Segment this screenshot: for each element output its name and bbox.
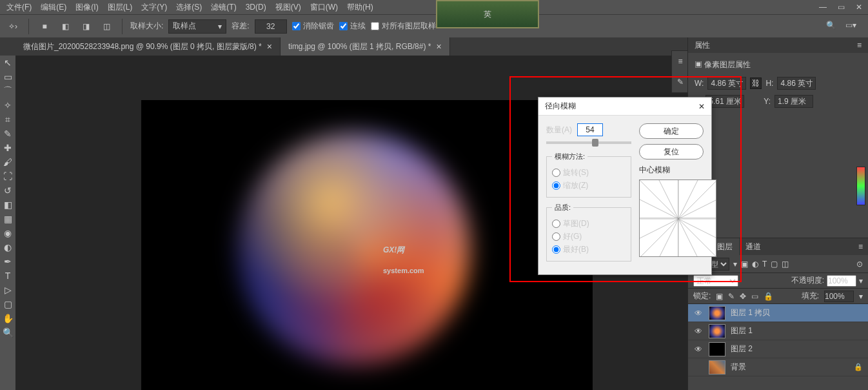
layer-name[interactable]: 背景 bbox=[731, 362, 746, 373]
visibility-icon[interactable]: 👁 bbox=[693, 327, 704, 336]
filter-img-icon[interactable]: ▣ bbox=[741, 260, 748, 269]
panel-menu-icon[interactable]: ≡ bbox=[853, 242, 868, 251]
menu-file[interactable]: 文件(F) bbox=[6, 2, 32, 13]
tool-stamp[interactable]: ⛶ bbox=[0, 169, 15, 183]
sel-sub-icon[interactable]: ◨ bbox=[78, 19, 94, 34]
radio-good[interactable]: 好(G) bbox=[552, 231, 626, 242]
layer-name[interactable]: 图层 1 拷贝 bbox=[731, 307, 770, 318]
radio-spin[interactable]: 旋转(S) bbox=[552, 167, 626, 178]
tool-brush[interactable]: 🖌 bbox=[0, 155, 15, 169]
link-icon[interactable]: ⛓ bbox=[750, 77, 762, 89]
menu-window[interactable]: 窗口(W) bbox=[310, 2, 338, 13]
properties-header[interactable]: 属性≡ bbox=[688, 37, 868, 53]
search-icon[interactable]: 🔍 bbox=[826, 21, 836, 30]
tool-marquee[interactable]: ▭ bbox=[0, 70, 15, 84]
canvas[interactable] bbox=[141, 100, 593, 390]
amount-slider[interactable] bbox=[546, 141, 631, 144]
layer-name[interactable]: 图层 1 bbox=[731, 325, 753, 336]
filter-shape-icon[interactable]: ▢ bbox=[771, 260, 778, 269]
sample-size-dropdown[interactable]: 取样点▾ bbox=[168, 19, 226, 34]
visibility-icon[interactable]: 👁 bbox=[693, 309, 704, 318]
doc-tab-1[interactable]: 微信图片_20200528233948.png @ 90.9% (图层 0 拷贝… bbox=[15, 37, 281, 56]
tool-lasso[interactable]: ⌒ bbox=[0, 84, 15, 98]
close-icon[interactable]: ✕ bbox=[850, 0, 868, 14]
radio-best[interactable]: 最好(B) bbox=[552, 244, 626, 255]
dialog-close-icon[interactable]: ✕ bbox=[698, 102, 705, 111]
ok-button[interactable]: 确定 bbox=[639, 123, 704, 139]
opacity-input[interactable] bbox=[827, 275, 856, 287]
layer-item-3[interactable]: 👁图层 2 bbox=[688, 340, 868, 358]
tool-wand[interactable]: ✧ bbox=[0, 98, 15, 112]
tool-eyedrop[interactable]: ✎ bbox=[0, 127, 15, 141]
menu-select[interactable]: 选择(S) bbox=[176, 2, 202, 13]
panel-menu-icon[interactable]: ≡ bbox=[857, 41, 862, 50]
lock-brush-icon[interactable]: ✎ bbox=[728, 292, 735, 301]
lock-art-icon[interactable]: ▭ bbox=[751, 292, 758, 301]
minimize-icon[interactable]: ― bbox=[814, 0, 832, 14]
tool-shape[interactable]: ▢ bbox=[0, 297, 15, 311]
layer-name[interactable]: 图层 2 bbox=[731, 344, 753, 354]
tool-eraser[interactable]: ◧ bbox=[0, 198, 15, 212]
menu-layer[interactable]: 图层(L) bbox=[108, 2, 133, 13]
menu-edit[interactable]: 编辑(E) bbox=[41, 2, 66, 13]
close-tab-icon[interactable]: × bbox=[436, 41, 441, 52]
antialias-checkbox[interactable]: 消除锯齿 bbox=[292, 21, 334, 32]
lock-pixels-icon[interactable]: ▣ bbox=[716, 292, 723, 301]
dock-icon-2[interactable]: ✎ bbox=[672, 72, 689, 92]
contiguous-checkbox[interactable]: 连续 bbox=[339, 21, 366, 32]
filter-icon[interactable]: ▾ bbox=[733, 260, 737, 269]
tool-history[interactable]: ↺ bbox=[0, 183, 15, 198]
radio-draft[interactable]: 草图(D) bbox=[552, 218, 626, 229]
sel-new-icon[interactable]: ■ bbox=[37, 19, 52, 34]
tab-channels[interactable]: 通道 bbox=[739, 238, 767, 255]
tool-move[interactable]: ↖ bbox=[0, 56, 15, 70]
layer-item-1[interactable]: 👁图层 1 拷贝 bbox=[688, 304, 868, 322]
tool-zoom[interactable]: 🔍 bbox=[0, 325, 15, 340]
tool-gradient[interactable]: ▦ bbox=[0, 212, 15, 226]
tool-heal[interactable]: ✚ bbox=[0, 141, 15, 155]
menu-image[interactable]: 图像(I) bbox=[75, 2, 98, 13]
tool-text[interactable]: T bbox=[0, 269, 15, 283]
tool-blur[interactable]: ◉ bbox=[0, 226, 15, 240]
radio-zoom[interactable]: 缩放(Z) bbox=[552, 180, 626, 191]
doc-tab-2[interactable]: timg.jpg @ 100% (图层 1 拷贝, RGB/8#) *× bbox=[281, 37, 450, 56]
width-input[interactable] bbox=[707, 77, 746, 90]
layer-item-2[interactable]: 👁图层 1 bbox=[688, 322, 868, 340]
sel-add-icon[interactable]: ◧ bbox=[57, 19, 73, 34]
menu-3d[interactable]: 3D(D) bbox=[246, 3, 266, 12]
filter-adj-icon[interactable]: ◐ bbox=[752, 260, 758, 269]
filter-toggle[interactable]: ⊙ bbox=[856, 260, 863, 269]
menu-help[interactable]: 帮助(H) bbox=[347, 2, 373, 13]
lock-pos-icon[interactable]: ✥ bbox=[740, 292, 746, 301]
filter-text-icon[interactable]: T bbox=[762, 260, 767, 269]
close-tab-icon[interactable]: × bbox=[267, 41, 272, 52]
reset-button[interactable]: 复位 bbox=[639, 144, 704, 159]
menu-text[interactable]: 文字(Y) bbox=[141, 2, 167, 13]
blend-mode-dropdown[interactable]: 正常 bbox=[693, 275, 738, 287]
maximize-icon[interactable]: ▭ bbox=[832, 0, 850, 14]
filter-smart-icon[interactable]: ◫ bbox=[782, 260, 789, 269]
magic-wand-icon[interactable]: ✧› bbox=[5, 19, 21, 34]
tool-crop[interactable]: ⌗ bbox=[0, 112, 15, 127]
layer-item-bg[interactable]: 背景🔒 bbox=[688, 358, 868, 376]
lock-all-icon[interactable]: 🔒 bbox=[764, 292, 773, 301]
menu-filter[interactable]: 滤镜(T) bbox=[211, 2, 236, 13]
blur-center-preview[interactable] bbox=[639, 180, 716, 257]
all-layers-checkbox[interactable]: 对所有图层取样 bbox=[371, 21, 436, 32]
tool-pen[interactable]: ✒ bbox=[0, 254, 15, 269]
tool-hand[interactable]: ✋ bbox=[0, 311, 15, 325]
y-input[interactable] bbox=[774, 95, 813, 108]
amount-input[interactable] bbox=[577, 123, 603, 136]
workspace-icon[interactable]: ▭▾ bbox=[845, 21, 856, 30]
sel-int-icon[interactable]: ◫ bbox=[99, 19, 114, 34]
tool-path[interactable]: ▷ bbox=[0, 283, 15, 297]
height-input[interactable] bbox=[777, 77, 816, 90]
tool-dodge[interactable]: ◐ bbox=[0, 240, 15, 254]
slider-thumb[interactable] bbox=[592, 139, 598, 147]
dock-icon-1[interactable]: ≡ bbox=[672, 51, 689, 72]
visibility-icon[interactable]: 👁 bbox=[693, 345, 704, 354]
fill-input[interactable] bbox=[824, 291, 854, 302]
dialog-titlebar[interactable]: 径向模糊✕ bbox=[538, 98, 711, 116]
tolerance-input[interactable] bbox=[255, 19, 287, 34]
menu-view[interactable]: 视图(V) bbox=[275, 2, 301, 13]
